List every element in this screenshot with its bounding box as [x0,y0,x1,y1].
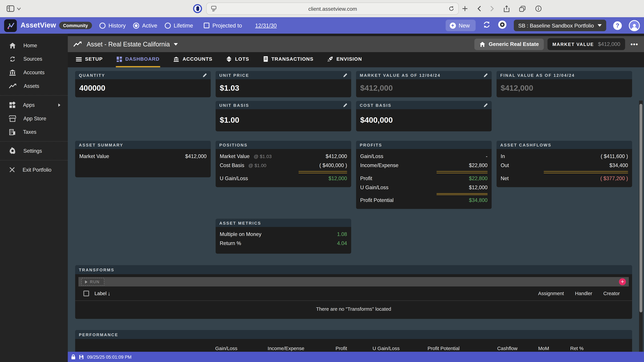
receipt-icon [263,56,268,62]
radio-unselected-icon[interactable] [165,22,171,28]
cashflows-row-out: Out$34,400 [500,161,628,170]
reload-icon[interactable] [448,6,454,11]
chevron-down-icon [598,24,602,27]
sidebar-item-settings[interactable]: Settings [0,144,68,158]
info-icon[interactable] [535,5,542,12]
cashflows-row-net: Net( $377,200 ) [500,174,628,183]
add-transform-button[interactable]: + [619,278,626,285]
sync-icon[interactable] [482,20,491,30]
sidebar-divider [0,160,68,160]
transforms-empty-state: There are no "Transforms" located [75,301,632,319]
asset-metrics-card: ASSET METRICS Multiple on Money1.08 Retu… [216,219,351,254]
trending-up-icon [74,41,82,47]
tabs-overview-icon[interactable] [519,5,526,12]
sidebar-item-assets[interactable]: Assets [0,79,68,93]
profits-row-profit-potential: Profit Potential$34,800 [360,196,488,205]
column-handler[interactable]: Handler [575,291,592,296]
quantity-value[interactable]: 400000 [75,79,211,97]
scrollbar-thumb[interactable] [640,104,642,312]
browser-sidebar-toggle-icon[interactable] [6,5,14,12]
run-button[interactable]: RUN [81,278,104,286]
tab-accounts[interactable]: ACCOUNTS [173,52,213,67]
sidebar-item-home[interactable]: Home [0,38,68,52]
checkbox-icon[interactable] [204,23,210,28]
select-all-checkbox[interactable] [83,291,89,296]
mode-active[interactable]: Active [133,22,157,28]
tab-dashboard[interactable]: DASHBOARD [116,52,160,67]
final-value-asof-card: FINAL VALUE AS OF 12/04/24 $412,000 [496,71,632,97]
back-icon[interactable] [477,6,481,11]
sidebar-item-taxes[interactable]: Taxes [0,125,68,139]
sidebar: Home Sources Accounts Assets Apps [0,34,68,362]
column-creator[interactable]: Creator [604,291,620,296]
positions-row-cost-basis: Cost Basis@ $1.00 ( $400,000 ) [220,161,347,170]
url-text[interactable]: client.assetview.com [217,5,448,12]
mode-lifetime[interactable]: Lifetime [165,22,193,28]
storefront-icon [9,115,16,122]
edit-pencil-icon[interactable] [343,103,348,107]
unit-price-value[interactable]: $1.03 [216,79,351,97]
market-value-asof-value[interactable]: $412,000 [356,79,492,97]
subtotal-rule [299,171,347,173]
profits-row-profit: Profit$22,800 [360,174,488,183]
column-assignment[interactable]: Assignment [538,291,564,296]
asset-category-badge[interactable]: Generic Real Estate [474,38,544,50]
sidebar-item-sources[interactable]: Sources [0,52,68,66]
sidebar-item-exit-portfolio[interactable]: Exit Portfolio [0,163,68,176]
assetview-logo-icon[interactable] [4,19,17,32]
sidebar-item-accounts[interactable]: Accounts [0,66,68,79]
tab-transactions[interactable]: TRANSACTIONS [262,52,314,67]
subtotal-rule [436,193,488,195]
edit-pencil-icon[interactable] [202,72,207,77]
unit-basis-value[interactable]: $1.00 [216,109,351,131]
new-tab-icon[interactable] [462,6,468,11]
avatar[interactable] [629,20,640,31]
status-bar: 09/25/25 05:01:09 PM [68,352,644,362]
profits-row-u-gainloss: U Gain/Loss$12,000 [360,183,488,192]
mode-history[interactable]: History [100,22,126,28]
asset-title-dropdown[interactable]: Asset - Real Estate California [87,40,178,48]
community-badge: Community [59,22,92,29]
portfolio-dropdown[interactable]: SB : Baseline Sandbox Portfolio [514,20,606,31]
edit-pencil-icon[interactable] [343,72,348,77]
building-icon [9,129,16,135]
eye-icon[interactable] [498,20,507,31]
tab-envision[interactable]: ENVISION [326,52,363,67]
positions-row-market-value: Market Value@ $1.03 $412,000 [220,152,347,161]
app-top-nav: AssetView Community History Active Lifet… [0,17,644,34]
help-button[interactable]: ? [613,21,622,30]
tab-lots[interactable]: LOTS [226,52,250,67]
gear-icon [9,147,16,154]
scrollbar-track[interactable] [639,100,643,352]
forward-icon[interactable] [490,6,494,11]
market-value-asof-card: MARKET VALUE AS OF 12/04/24 $412,000 [356,71,492,97]
password-extension-icon[interactable] [193,4,202,13]
profits-row-income-expense: Income/Expense$22,800 [360,161,488,170]
edit-pencil-icon[interactable] [483,72,488,77]
new-button[interactable]: + New [446,20,476,31]
radio-selected-icon[interactable] [133,22,139,28]
transforms-column-headers: Label ↓ Assignment Handler Creator [75,287,632,300]
sidebar-item-app-store[interactable]: App Store [0,112,68,125]
projected-to-toggle[interactable]: Projected to [204,22,242,28]
cost-basis-value[interactable]: $400,000 [356,109,492,131]
more-options-icon[interactable]: ••• [630,40,638,48]
sidebar-divider [0,95,68,95]
share-icon[interactable] [504,5,510,12]
sidebar-item-apps[interactable]: Apps [0,98,68,112]
radio-unselected-icon[interactable] [100,22,106,28]
address-bar[interactable]: client.assetview.com [206,2,459,15]
edit-pencil-icon[interactable] [483,103,488,107]
projected-date-link[interactable]: 12/31/30 [255,22,277,28]
sort-by-label[interactable]: Label ↓ [94,291,110,297]
subtotal-rule [436,171,488,173]
home-icon [9,42,16,49]
list-icon [76,57,82,61]
dashboard-content: QUANTITY 400000 UNIT PRICE $1.03 MARKET … [68,67,644,352]
positions-card: POSITIONS Market Value@ $1.03 $412,000 C… [216,141,351,187]
sources-sync-icon [9,56,16,62]
sidebar-chevron-icon[interactable] [17,7,21,10]
tab-setup[interactable]: SETUP [75,52,104,67]
trending-up-icon [9,83,16,89]
bank-icon [9,69,16,76]
